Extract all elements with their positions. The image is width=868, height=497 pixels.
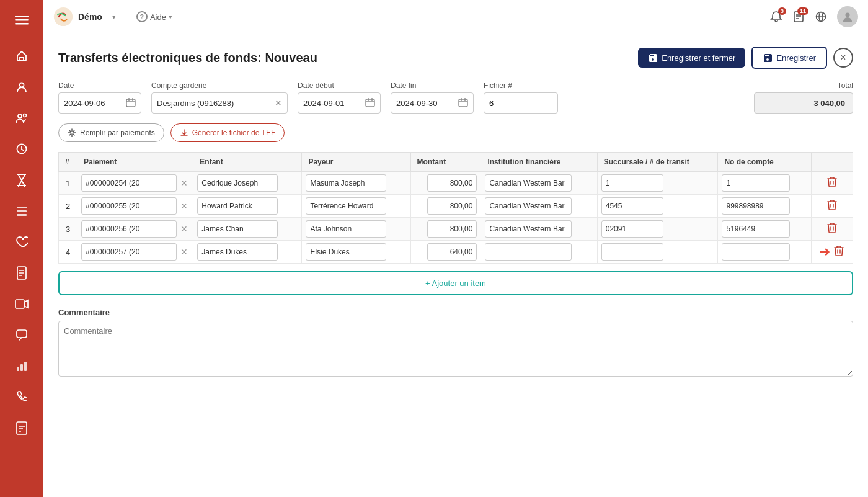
date-calendar-icon[interactable] <box>121 97 141 109</box>
institution-input[interactable] <box>485 197 572 215</box>
delete-row-button[interactable] <box>826 221 838 237</box>
enfant-input[interactable] <box>197 174 278 192</box>
enfant-input[interactable] <box>197 243 278 261</box>
no-compte-input[interactable] <box>722 243 790 261</box>
paiement-clear-button[interactable]: ✕ <box>179 200 189 212</box>
save-button[interactable]: Enregistrer <box>751 47 827 69</box>
fichier-input[interactable] <box>489 99 552 108</box>
fichier-field-group: Fichier # <box>484 81 558 114</box>
delete-row-button[interactable] <box>826 175 838 191</box>
compte-field-group: Compte garderie ✕ <box>151 81 288 114</box>
institution-input[interactable] <box>485 174 572 192</box>
add-item-button[interactable]: + Ajouter un item <box>58 271 853 295</box>
payeur-input[interactable] <box>306 220 386 238</box>
institution-input[interactable] <box>485 220 572 238</box>
row-montant <box>410 195 481 218</box>
no-compte-input[interactable] <box>722 174 790 192</box>
topbar-logo[interactable]: Démo <box>53 7 102 27</box>
row-paiement: ✕ <box>78 195 193 218</box>
payeur-input[interactable] <box>306 197 386 215</box>
add-item-label: + Ajouter un item <box>425 279 486 288</box>
payeur-input[interactable] <box>306 243 386 261</box>
sidebar-item-chart[interactable] <box>8 352 35 380</box>
succursale-input[interactable] <box>601 197 663 215</box>
page-header: Transferts électroniques de fonds: Nouve… <box>58 47 853 69</box>
row-succursale <box>597 172 718 195</box>
succursale-input[interactable] <box>601 174 663 192</box>
row-montant <box>410 241 481 264</box>
paiement-input[interactable] <box>81 197 177 215</box>
sidebar-item-home[interactable] <box>8 42 35 69</box>
col-succursale: Succursale / # de transit <box>597 153 718 172</box>
payeur-input[interactable] <box>306 174 386 192</box>
sidebar-item-list[interactable] <box>8 197 35 225</box>
sidebar-item-phone[interactable] <box>8 383 35 411</box>
col-payeur: Payeur <box>302 153 410 172</box>
delete-row-button[interactable] <box>826 198 838 214</box>
generer-button[interactable]: Générer le fichier de TEF <box>170 123 285 142</box>
globe-button[interactable] <box>815 11 827 23</box>
no-compte-input[interactable] <box>722 197 790 215</box>
row-delete <box>812 172 853 195</box>
col-num: # <box>59 153 78 172</box>
montant-input[interactable] <box>427 243 477 261</box>
topbar-right: 3 11 <box>770 6 858 27</box>
date-debut-input[interactable] <box>298 93 360 113</box>
col-no-compte: No de compte <box>718 153 812 172</box>
col-enfant: Enfant <box>193 153 302 172</box>
reports-button[interactable]: 11 <box>792 11 805 23</box>
row-delete <box>812 218 853 241</box>
svg-point-5 <box>24 114 27 117</box>
save-close-button[interactable]: Enregistrer et fermer <box>638 48 745 68</box>
user-avatar[interactable] <box>837 6 858 27</box>
remplir-button[interactable]: Remplir par paiements <box>58 123 164 142</box>
paiement-clear-button[interactable]: ✕ <box>179 177 189 189</box>
transfers-table: # Paiement Enfant Payeur Montant Institu… <box>58 152 853 264</box>
sidebar-item-clock[interactable] <box>8 135 35 163</box>
no-compte-input[interactable] <box>722 220 790 238</box>
row-institution <box>481 195 597 218</box>
svg-rect-15 <box>24 362 27 371</box>
enfant-input[interactable] <box>197 197 278 215</box>
date-fin-input[interactable] <box>391 93 453 113</box>
date-debut-calendar-icon[interactable] <box>360 97 380 109</box>
sidebar-item-users[interactable] <box>8 104 35 132</box>
compte-input[interactable] <box>152 93 270 113</box>
succursale-input[interactable] <box>601 220 663 238</box>
sidebar-item-person[interactable] <box>8 73 35 101</box>
paiement-input[interactable] <box>81 243 177 261</box>
sidebar-item-chat[interactable] <box>8 321 35 349</box>
sidebar-menu-button[interactable] <box>8 6 35 34</box>
help-label: Aide <box>150 12 166 22</box>
sidebar-item-heart[interactable] <box>8 228 35 256</box>
fichier-input-wrapper <box>484 92 558 114</box>
generer-label: Générer le fichier de TEF <box>192 128 276 137</box>
paiement-input[interactable] <box>81 220 177 238</box>
paiement-input[interactable] <box>81 174 177 192</box>
institution-input[interactable] <box>485 243 572 261</box>
topbar-brand-label: Démo <box>78 12 102 22</box>
date-input[interactable] <box>59 93 121 113</box>
paiement-clear-button[interactable]: ✕ <box>179 223 189 235</box>
topbar-help-button[interactable]: ? Aide ▾ <box>136 11 172 22</box>
montant-input[interactable] <box>427 220 477 238</box>
svg-rect-9 <box>17 214 27 216</box>
montant-input[interactable] <box>427 197 477 215</box>
sidebar-item-video[interactable] <box>8 290 35 318</box>
sidebar-item-document[interactable] <box>8 259 35 287</box>
montant-input[interactable] <box>427 174 477 192</box>
date-fin-calendar-icon[interactable] <box>453 97 473 109</box>
svg-rect-7 <box>17 207 27 208</box>
sidebar-item-hourglass[interactable] <box>8 166 35 194</box>
paiement-clear-button[interactable]: ✕ <box>179 246 189 258</box>
sidebar-item-report[interactable] <box>8 414 35 442</box>
enfant-input[interactable] <box>197 220 278 238</box>
notifications-button[interactable]: 3 <box>770 11 782 23</box>
row-payeur <box>302 195 410 218</box>
compte-clear-icon[interactable]: ✕ <box>270 98 287 108</box>
succursale-input[interactable] <box>601 243 663 261</box>
page-actions: Enregistrer et fermer Enregistrer × <box>638 47 853 69</box>
delete-row-button[interactable] <box>833 244 845 260</box>
close-button[interactable]: × <box>833 48 853 68</box>
comment-textarea[interactable] <box>58 321 853 377</box>
